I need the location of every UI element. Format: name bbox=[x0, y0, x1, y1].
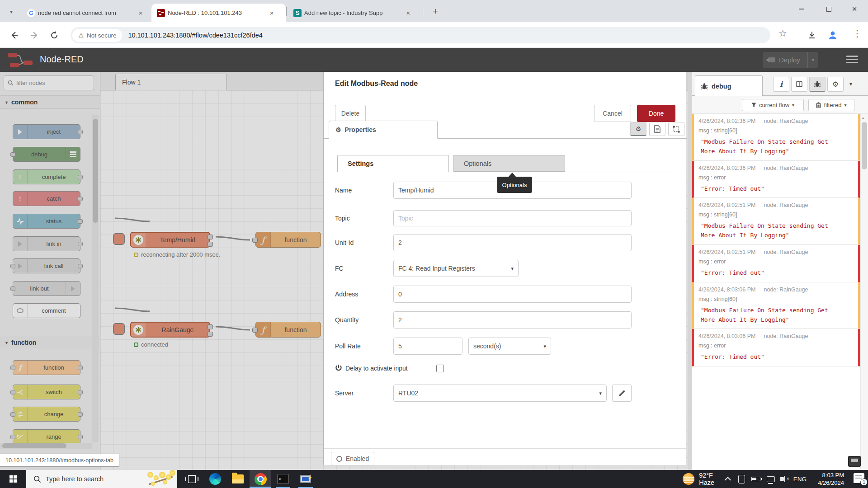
dialog-footer: Enabled bbox=[324, 448, 687, 465]
tab-properties[interactable]: ⚙ Properties bbox=[329, 121, 438, 139]
subtab-settings[interactable]: Settings bbox=[337, 155, 449, 172]
topic-field[interactable] bbox=[393, 210, 632, 226]
debug-message[interactable]: 4/26/2024, 8:02:36 PMnode: RainGauge msg… bbox=[692, 161, 860, 198]
tray-expand-button[interactable] bbox=[726, 470, 731, 488]
taskbar-search-input[interactable] bbox=[46, 475, 141, 483]
window-minimize-button[interactable] bbox=[788, 0, 815, 18]
taskbar-chrome-active[interactable] bbox=[250, 470, 271, 488]
browser-tab-1[interactable]: G node red cannot connect from × bbox=[22, 4, 149, 22]
address-bar[interactable]: ⚠ Not secure 10.101.101.243:1880/#flow/c… bbox=[71, 27, 770, 43]
taskbar-terminal[interactable]: >_ bbox=[272, 470, 294, 488]
tab-search-button[interactable]: ▾ bbox=[5, 6, 18, 18]
tablet-icon bbox=[738, 475, 745, 483]
action-center-button[interactable]: 1 bbox=[854, 473, 864, 483]
poll-rate-field[interactable] bbox=[393, 338, 462, 355]
debug-message[interactable]: 4/26/2024, 8:02:51 PMnode: RainGauge msg… bbox=[692, 245, 860, 282]
profile-avatar[interactable] bbox=[825, 27, 841, 43]
new-tab-button[interactable]: + bbox=[429, 5, 442, 18]
taskbar-search-box[interactable] bbox=[26, 470, 177, 488]
node-appearance-button[interactable] bbox=[668, 122, 684, 136]
debug-tab-button[interactable] bbox=[809, 77, 826, 92]
security-chip[interactable]: ⚠ Not secure bbox=[72, 29, 122, 42]
debug-message[interactable]: 4/26/2024, 8:02:36 PMnode: RainGauge msg… bbox=[692, 114, 860, 161]
tray-tablet-button[interactable] bbox=[738, 470, 745, 488]
url-text[interactable]: 10.101.101.243:1880/#flow/cdee131ccf26fd… bbox=[128, 32, 263, 39]
start-button[interactable] bbox=[0, 470, 26, 488]
bookmark-star-icon[interactable]: ☆ bbox=[778, 28, 787, 39]
config-tab-button[interactable]: ⚙ bbox=[827, 77, 844, 92]
language-indicator[interactable]: ENG bbox=[793, 470, 807, 488]
message-type[interactable]: msg : error bbox=[698, 174, 854, 181]
message-type[interactable]: msg : string[60] bbox=[698, 127, 854, 134]
message-type[interactable]: msg : error bbox=[698, 258, 854, 265]
done-button[interactable]: Done bbox=[637, 105, 675, 122]
cancel-button[interactable]: Cancel bbox=[594, 105, 631, 122]
help-tab-button[interactable] bbox=[791, 77, 807, 92]
node-settings-button[interactable]: ⚙ bbox=[630, 122, 646, 136]
close-icon[interactable]: × bbox=[268, 9, 276, 17]
reload-button[interactable] bbox=[46, 27, 62, 43]
trash-icon bbox=[816, 102, 821, 108]
deploy-options-chevron[interactable]: ▾ bbox=[807, 52, 818, 68]
message-type[interactable]: msg : string[60] bbox=[698, 296, 854, 302]
taskbar-clock[interactable]: 8:03 PM 4/26/2024 bbox=[818, 471, 844, 487]
close-icon[interactable]: × bbox=[137, 9, 145, 17]
debug-scrollbar-thumb[interactable] bbox=[862, 122, 867, 169]
server-label: Server bbox=[335, 389, 354, 397]
debug-filter-flow-button[interactable]: current flow ▾ bbox=[742, 99, 804, 111]
close-icon[interactable]: × bbox=[404, 9, 412, 17]
unit-id-field[interactable] bbox=[393, 234, 632, 251]
scroll-up-arrow-icon[interactable]: ▴ bbox=[862, 116, 864, 120]
taskbar-file-explorer[interactable] bbox=[227, 470, 249, 488]
fc-select[interactable]: FC 4: Read Input Registers ▾ bbox=[393, 260, 519, 277]
info-tab-button[interactable]: i bbox=[773, 77, 789, 92]
browser-menu-kebab-icon[interactable]: ⋮ bbox=[853, 28, 862, 39]
tray-battery-button[interactable] bbox=[751, 470, 760, 488]
tab-debug[interactable]: debug bbox=[695, 75, 763, 96]
taskbar-edge[interactable] bbox=[204, 470, 226, 488]
debug-message[interactable]: 4/26/2024, 8:02:51 PMnode: RainGauge msg… bbox=[692, 198, 860, 245]
back-button[interactable] bbox=[6, 27, 23, 43]
sidebar-options-chevron[interactable]: ▾ bbox=[849, 81, 852, 87]
window-close-button[interactable]: × bbox=[841, 0, 868, 18]
optionals-tooltip: Optionals bbox=[497, 177, 532, 193]
downloads-button[interactable] bbox=[804, 27, 820, 43]
main-menu-button[interactable] bbox=[846, 56, 858, 64]
forward-button[interactable] bbox=[26, 27, 42, 43]
debug-message[interactable]: 4/26/2024, 8:03:06 PMnode: RainGauge msg… bbox=[692, 329, 860, 366]
debug-message[interactable]: 4/26/2024, 8:03:06 PMnode: RainGauge msg… bbox=[692, 282, 860, 329]
tooltip-text: Optionals bbox=[502, 182, 527, 188]
gear-icon: ⚙ bbox=[636, 125, 642, 132]
server-select[interactable]: RTU02 ▾ bbox=[393, 385, 607, 402]
address-field[interactable] bbox=[393, 286, 632, 303]
node-description-button[interactable] bbox=[649, 122, 665, 136]
browser-status-bubble: 10.101.101.243:1880/#modbus-options-tab bbox=[0, 454, 119, 467]
chrome-icon bbox=[255, 473, 267, 485]
poll-rate-unit-select[interactable]: second(s) ▾ bbox=[468, 338, 551, 355]
monitor-icon[interactable] bbox=[848, 456, 861, 467]
bug-icon bbox=[814, 80, 821, 88]
sidebar-splitter[interactable] bbox=[688, 72, 692, 470]
browser-tab-2-active[interactable]: Node-RED : 10.101.101.243 × bbox=[151, 4, 286, 22]
enabled-toggle-button[interactable]: Enabled bbox=[331, 452, 374, 465]
edit-server-button[interactable] bbox=[612, 385, 632, 402]
weather-widget[interactable]: 92°F Haze bbox=[699, 470, 714, 488]
task-view-button[interactable] bbox=[181, 470, 203, 488]
delay-label: Delay to activate input bbox=[345, 365, 408, 372]
taskbar-putty[interactable] bbox=[295, 470, 316, 488]
maximize-icon bbox=[826, 7, 831, 12]
debug-scrollbar-track[interactable]: ▴ bbox=[860, 114, 868, 470]
tray-network-button[interactable] bbox=[767, 470, 775, 488]
window-maximize-button[interactable] bbox=[815, 0, 842, 18]
chevron-down-icon: ▾ bbox=[10, 9, 13, 15]
deploy-button[interactable]: Deploy ▾ bbox=[763, 52, 818, 68]
message-type[interactable]: msg : error bbox=[698, 343, 854, 349]
tray-volume-button[interactable]: × bbox=[780, 470, 789, 488]
subtab-optionals[interactable]: Optionals bbox=[453, 155, 565, 172]
debug-clear-filtered-button[interactable]: filtered ▾ bbox=[808, 99, 854, 111]
quantity-field[interactable] bbox=[393, 311, 632, 328]
browser-tab-3[interactable]: S Add new topic - Industry Supp × bbox=[288, 4, 420, 22]
delay-checkbox[interactable] bbox=[436, 365, 444, 372]
delete-button[interactable]: Delete bbox=[335, 105, 366, 122]
message-type[interactable]: msg : string[60] bbox=[698, 211, 854, 218]
